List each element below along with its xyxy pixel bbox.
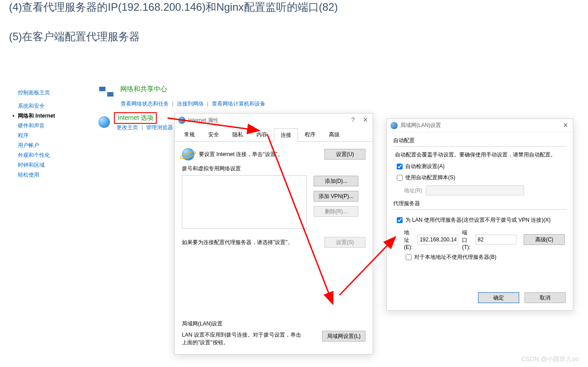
tab-privacy[interactable]: 隐私	[226, 128, 250, 141]
tab-advanced[interactable]: 高级	[322, 128, 346, 141]
network-icon	[98, 85, 116, 100]
lan-legend: 局域网(LAN)设置	[182, 320, 365, 328]
setup-instruction: 要设置 Internet 连接，单击"设置"。	[199, 151, 283, 158]
dial-legend: 拨号和虚拟专用网络设置	[182, 165, 365, 173]
bypass-local-row[interactable]: 对于本地地址不使用代理服务器(B)	[404, 253, 565, 262]
link-change-homepage[interactable]: 更改主页	[117, 124, 138, 131]
dialog-title: 局域网(LAN)设置	[400, 122, 441, 129]
ie-icon	[182, 148, 194, 160]
internet-options-dialog: Internet 属性 ? ✕ 常规 安全 隐私 内容 连接 程序 高级 要设置…	[174, 113, 373, 354]
add-button[interactable]: 添加(D)...	[314, 176, 358, 186]
lan-settings-dialog: 局域网(LAN)设置 ✕ 自动配置 自动配置会覆盖手动设置。要确保使用手动设置，…	[386, 118, 573, 311]
dialog-icon	[391, 122, 398, 129]
use-proxy-label: 为 LAN 使用代理服务器(这些设置不用于拨号或 VPN 连接)(X)	[405, 216, 550, 224]
network-center-title[interactable]: 网络和共享中心	[120, 85, 167, 93]
watermark: CSDN @小跟班儿oo	[521, 355, 579, 363]
script-addr-label: 地址(R)	[404, 187, 422, 194]
cancel-button[interactable]: 取消	[525, 292, 566, 303]
ok-button[interactable]: 确定	[478, 292, 519, 303]
close-button[interactable]: ✕	[360, 116, 371, 123]
advanced-button[interactable]: 高级(C)	[524, 234, 565, 245]
auto-detect-row[interactable]: 自动检测设置(A)	[395, 162, 565, 171]
use-proxy-row[interactable]: 为 LAN 使用代理服务器(这些设置不用于拨号或 VPN 连接)(X)	[395, 216, 565, 224]
auto-script-label: 使用自动配置脚本(S)	[405, 174, 455, 181]
globe-icon	[98, 116, 110, 128]
setup-button[interactable]: 设置(U)	[324, 149, 365, 160]
dial-settings-button: 设置(S)	[324, 237, 365, 248]
dialog-titlebar: 局域网(LAN)设置 ✕	[387, 119, 573, 132]
auto-config-hint: 自动配置会覆盖手动设置。要确保使用手动设置，请禁用自动配置。	[395, 151, 565, 159]
proxy-port-input[interactable]	[475, 235, 517, 245]
sidebar-link-0[interactable]: 系统和安全	[18, 103, 45, 109]
link-view-devices[interactable]: 查看网络计算机和设备	[212, 101, 265, 107]
link-manage-browser[interactable]: 管理浏览器	[146, 124, 173, 131]
tab-security[interactable]: 安全	[202, 128, 226, 141]
sidebar-link-7[interactable]: 轻松使用	[18, 172, 39, 178]
dialog-icon	[178, 117, 185, 124]
proxy-hint: 如果要为连接配置代理服务器，请选择"设置"。	[182, 239, 324, 246]
use-proxy-checkbox[interactable]	[397, 217, 403, 223]
heading-step5: (5)在客户端配置代理服务器	[9, 30, 588, 44]
help-button[interactable]: ?	[348, 116, 358, 123]
dialog-title: Internet 属性	[188, 117, 218, 124]
proxy-port-label: 端口(T):	[462, 229, 472, 250]
bypass-local-label: 对于本地地址不使用代理服务器(B)	[414, 253, 496, 261]
remove-button: 删除(R)...	[314, 206, 358, 217]
auto-detect-checkbox[interactable]	[397, 164, 403, 169]
dialup-list[interactable]	[182, 175, 307, 229]
sidebar-link-1[interactable]: 网络和 Internet	[18, 113, 55, 119]
dialog-tabs: 常规 安全 隐私 内容 连接 程序 高级	[175, 128, 373, 142]
sidebar-link-6[interactable]: 时钟和区域	[18, 162, 45, 168]
proxy-group-title: 代理服务器	[393, 200, 567, 207]
proxy-addr-input[interactable]	[417, 235, 458, 245]
lan-section: 局域网(LAN)设置 LAN 设置不应用到拨号连接。对于拨号设置，单击上面的"设…	[182, 320, 365, 346]
dialog-titlebar: Internet 属性 ? ✕	[175, 114, 373, 127]
tab-general[interactable]: 常规	[177, 128, 202, 141]
dial-section: 拨号和虚拟专用网络设置 添加(D)... 添加 VPN(P)... 删除(R).…	[182, 165, 365, 248]
tab-programs[interactable]: 程序	[298, 128, 322, 141]
sidebar-link-5[interactable]: 外观和个性化	[18, 152, 50, 158]
sidebar-link-home[interactable]: 控制面板主页	[18, 89, 50, 96]
lan-hint: LAN 设置不应用到拨号连接。对于拨号设置，单击上面的"设置"按钮。	[182, 331, 302, 346]
heading-step4: (4)查看代理服务器的IP(192.168.200.146)和Nginx配置监听…	[9, 0, 588, 14]
link-connect[interactable]: 连接到网络	[177, 101, 204, 107]
add-vpn-button[interactable]: 添加 VPN(P)...	[314, 191, 358, 202]
script-addr-input	[426, 186, 524, 195]
link-view-status[interactable]: 查看网络状态和任务	[121, 101, 169, 107]
auto-script-checkbox[interactable]	[397, 175, 403, 181]
bypass-local-checkbox[interactable]	[406, 254, 412, 260]
lan-settings-button[interactable]: 局域网设置(L)	[322, 331, 365, 342]
auto-detect-label: 自动检测设置(A)	[405, 163, 445, 170]
sidebar-link-4[interactable]: 用户帐户	[18, 142, 39, 148]
control-panel-sidebar: 控制面板主页 系统和安全 网络和 Internet 硬件和声音 程序 用户帐户 …	[18, 88, 85, 180]
auto-script-row[interactable]: 使用自动配置脚本(S)	[395, 173, 565, 182]
close-button[interactable]: ✕	[560, 122, 571, 129]
proxy-addr-label: 地址(E):	[404, 229, 414, 250]
sidebar-link-3[interactable]: 程序	[18, 132, 29, 139]
sidebar-link-2[interactable]: 硬件和声音	[18, 122, 45, 129]
internet-options-highlight[interactable]: Internet 选项	[114, 112, 156, 124]
tab-content[interactable]: 内容	[250, 128, 274, 141]
tab-connections[interactable]: 连接	[274, 128, 298, 142]
auto-config-group-title: 自动配置	[393, 137, 567, 144]
